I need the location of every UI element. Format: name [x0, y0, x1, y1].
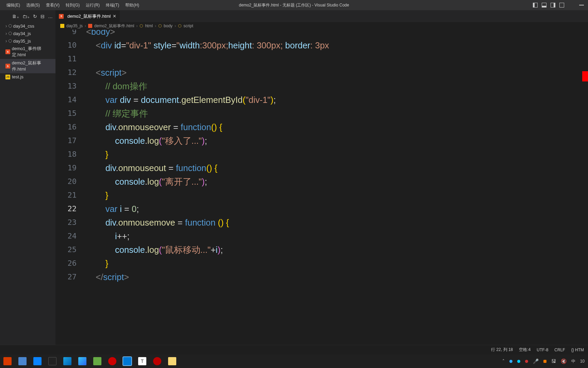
- app-icon[interactable]: [18, 357, 27, 365]
- folder-day34_css[interactable]: day34_css: [0, 22, 55, 30]
- error-marker: [582, 71, 588, 81]
- chevron-up-icon[interactable]: ˄: [502, 358, 505, 364]
- editor-area: 5 demo2_鼠标事件.html ✕ day35_js›demo2_鼠标事件.…: [55, 10, 588, 345]
- file-item[interactable]: 5demo1_事件绑定.html: [0, 45, 55, 59]
- app-icon[interactable]: [153, 357, 161, 365]
- taskbar-right: ˄ 🎤 🖫 🔇 中 10: [502, 358, 588, 364]
- file-item[interactable]: 5demo2_鼠标事件.html: [0, 59, 55, 73]
- explorer-actions: 🗎₊ 🗀₊ ↻ ⊟ …: [0, 10, 55, 22]
- eol[interactable]: CRLF: [554, 348, 565, 352]
- js-icon: JS: [5, 75, 10, 79]
- tabs: 5 demo2_鼠标事件.html ✕: [55, 10, 588, 22]
- speaker-icon[interactable]: 🔇: [561, 358, 567, 364]
- layout-icon[interactable]: [542, 3, 546, 7]
- minimize-button[interactable]: [579, 5, 584, 5]
- menu-item[interactable]: 终端(T): [103, 0, 122, 10]
- code-editor[interactable]: 9101112131415161718192021222324252627 <b…: [55, 30, 588, 345]
- js-icon: [60, 24, 64, 28]
- layout-icon[interactable]: [559, 3, 564, 7]
- more-icon[interactable]: …: [48, 14, 53, 19]
- file-item[interactable]: JStest.js: [0, 73, 55, 80]
- mic-icon[interactable]: 🎤: [533, 358, 539, 364]
- vscode-icon[interactable]: [123, 357, 131, 365]
- app-icon[interactable]: [33, 357, 42, 365]
- new-folder-icon[interactable]: 🗀₊: [22, 14, 30, 19]
- html-icon: 5: [59, 14, 64, 19]
- code-content[interactable]: <body> <div id="div-1" style="width:300p…: [86, 30, 588, 345]
- breadcrumb-item[interactable]: html: [145, 24, 153, 28]
- app-icon[interactable]: [108, 357, 116, 365]
- breadcrumb-item[interactable]: body: [164, 24, 173, 28]
- titlebar: 编辑(E)选择(S)查看(V)转到(G)运行(R)终端(T)帮助(H) demo…: [0, 0, 588, 10]
- app-icon[interactable]: [48, 357, 56, 365]
- tab-label: demo2_鼠标事件.html: [67, 13, 111, 19]
- tray-icon[interactable]: [509, 360, 512, 363]
- battery-icon[interactable]: 🖫: [551, 358, 556, 364]
- app-icon[interactable]: [63, 357, 71, 365]
- app-icon[interactable]: [78, 357, 86, 365]
- new-file-icon[interactable]: 🗎₊: [12, 14, 19, 19]
- language-mode[interactable]: {} HTM: [571, 348, 584, 352]
- app-icon[interactable]: [93, 357, 101, 365]
- file-tree: day34_cssday34_jsday35_js5demo1_事件绑定.htm…: [0, 22, 55, 80]
- layout-icon[interactable]: [533, 3, 538, 7]
- tray-icon[interactable]: [517, 360, 520, 363]
- sym-icon: ⬡: [158, 24, 162, 28]
- menu-item[interactable]: 查看(V): [43, 0, 63, 10]
- breadcrumb-item[interactable]: day35_js: [66, 24, 83, 28]
- cursor-position[interactable]: 行 22, 列 18: [491, 347, 513, 353]
- app-icon[interactable]: T: [138, 357, 146, 365]
- breadcrumb-item[interactable]: demo2_鼠标事件.html: [94, 23, 134, 29]
- statusbar: 行 22, 列 18 空格:4 UTF-8 CRLF {} HTM: [0, 345, 588, 354]
- html-icon: 5: [5, 49, 10, 54]
- taskbar-left: T: [0, 357, 176, 365]
- breadcrumb[interactable]: day35_js›demo2_鼠标事件.html›⬡html›⬡body›⬡sc…: [55, 22, 588, 30]
- collapse-icon[interactable]: ⊟: [40, 14, 45, 19]
- close-icon[interactable]: ✕: [113, 14, 116, 19]
- menubar: 编辑(E)选择(S)查看(V)转到(G)运行(R)终端(T)帮助(H): [0, 0, 142, 10]
- html-icon: 5: [5, 64, 10, 68]
- gutter: 9101112131415161718192021222324252627: [55, 30, 86, 345]
- sym-icon: ⬡: [140, 24, 143, 28]
- folder-day34_js[interactable]: day34_js: [0, 30, 55, 37]
- folder-day35_js[interactable]: day35_js: [0, 37, 55, 45]
- indentation[interactable]: 空格:4: [519, 347, 530, 353]
- menu-item[interactable]: 运行(R): [83, 0, 103, 10]
- sym-icon: ⬡: [178, 24, 181, 28]
- breadcrumb-item[interactable]: script: [183, 24, 193, 28]
- encoding[interactable]: UTF-8: [537, 348, 548, 352]
- menu-item[interactable]: 转到(G): [63, 0, 83, 10]
- menu-item[interactable]: 帮助(H): [122, 0, 142, 10]
- ime-indicator[interactable]: 中: [571, 358, 575, 364]
- taskbar: T ˄ 🎤 🖫 🔇 中 10: [0, 354, 588, 368]
- html5-icon: [88, 24, 92, 28]
- explorer-sidebar: 🗎₊ 🗀₊ ↻ ⊟ … day34_cssday34_jsday35_js5de…: [0, 10, 55, 345]
- app-icon[interactable]: [3, 357, 12, 365]
- layout-icon[interactable]: [551, 3, 555, 7]
- refresh-icon[interactable]: ↻: [33, 14, 37, 19]
- tab-demo2[interactable]: 5 demo2_鼠标事件.html ✕: [55, 10, 120, 22]
- window-title: demo2_鼠标事件.html - 无标题 (工作区) - Visual Stu…: [239, 2, 349, 8]
- window-controls: [533, 3, 588, 7]
- app-icon[interactable]: [168, 357, 176, 365]
- menu-item[interactable]: 选择(S): [23, 0, 43, 10]
- menu-item[interactable]: 编辑(E): [3, 0, 23, 10]
- tray-icon[interactable]: [543, 360, 546, 363]
- tray-icon[interactable]: [525, 360, 528, 363]
- time[interactable]: 10: [580, 359, 585, 364]
